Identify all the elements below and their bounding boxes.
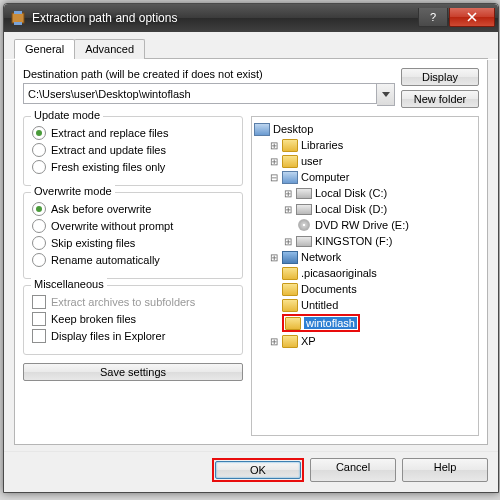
network-icon: [282, 251, 298, 264]
tabstrip: General Advanced: [4, 32, 498, 60]
expand-icon[interactable]: ⊞: [282, 188, 293, 199]
misc-title: Miscellaneous: [31, 278, 107, 290]
ok-button[interactable]: OK: [215, 461, 301, 479]
tree-libraries[interactable]: Libraries: [301, 139, 343, 151]
tree-picasa[interactable]: .picasaoriginals: [301, 267, 377, 279]
destination-input[interactable]: [23, 83, 377, 104]
tree-locald[interactable]: Local Disk (D:): [315, 203, 387, 215]
display-button[interactable]: Display: [401, 68, 479, 86]
radio-rename-auto[interactable]: [32, 253, 46, 267]
folder-icon: [285, 317, 301, 330]
computer-icon: [282, 171, 298, 184]
destination-label: Destination path (will be created if doe…: [23, 68, 395, 80]
client-area: General Advanced Destination path (will …: [4, 32, 498, 492]
radio-extract-replace[interactable]: [32, 126, 46, 140]
expand-icon[interactable]: ⊞: [268, 156, 279, 167]
label-extract-update: Extract and update files: [51, 144, 166, 156]
titlebar-controls: ?: [417, 8, 495, 28]
expand-icon[interactable]: ⊞: [268, 140, 279, 151]
drive-icon: [296, 236, 312, 247]
check-subfolders: [32, 295, 46, 309]
desktop-icon: [254, 123, 270, 136]
update-mode-group: Update mode Extract and replace files Ex…: [23, 116, 243, 186]
radio-overwrite-without[interactable]: [32, 219, 46, 233]
tree-xp[interactable]: XP: [301, 335, 316, 347]
app-icon: [10, 10, 26, 26]
user-icon: [282, 155, 298, 168]
folder-icon: [282, 335, 298, 348]
expand-icon[interactable]: ⊞: [282, 204, 293, 215]
label-fresh-only: Fresh existing files only: [51, 161, 165, 173]
tree-network[interactable]: Network: [301, 251, 341, 263]
dvd-icon: [298, 219, 310, 231]
dialog-buttons: OK Cancel Help: [4, 451, 498, 492]
tree-computer[interactable]: Computer: [301, 171, 349, 183]
label-rename-auto: Rename automatically: [51, 254, 160, 266]
tree-wintoflash[interactable]: wintoflash: [304, 317, 357, 329]
label-skip-existing: Skip existing files: [51, 237, 135, 249]
folder-icon: [282, 267, 298, 280]
svg-rect-1: [14, 11, 22, 14]
overwrite-mode-group: Overwrite mode Ask before overwrite Over…: [23, 192, 243, 279]
tree-untitled[interactable]: Untitled: [301, 299, 338, 311]
help-titlebar-button[interactable]: ?: [418, 8, 448, 27]
save-settings-button[interactable]: Save settings: [23, 363, 243, 381]
tree-desktop[interactable]: Desktop: [273, 123, 313, 135]
check-keep-broken[interactable]: [32, 312, 46, 326]
overwrite-mode-title: Overwrite mode: [31, 185, 115, 197]
drive-icon: [296, 188, 312, 199]
update-mode-title: Update mode: [31, 109, 103, 121]
destination-dropdown-button[interactable]: [377, 83, 395, 106]
label-subfolders: Extract archives to subfolders: [51, 296, 195, 308]
label-overwrite-without: Overwrite without prompt: [51, 220, 173, 232]
folder-tree[interactable]: Desktop ⊞Libraries ⊞user ⊟Computer ⊞Loca…: [251, 116, 479, 436]
tab-advanced[interactable]: Advanced: [74, 39, 145, 59]
tree-dvd[interactable]: DVD RW Drive (E:): [315, 219, 409, 231]
expand-icon[interactable]: ⊞: [282, 236, 293, 247]
radio-ask-before[interactable]: [32, 202, 46, 216]
svg-rect-0: [12, 13, 24, 23]
tree-localc[interactable]: Local Disk (C:): [315, 187, 387, 199]
expand-icon[interactable]: ⊞: [268, 336, 279, 347]
expand-icon[interactable]: ⊞: [268, 252, 279, 263]
ok-highlight-box: OK: [212, 458, 304, 482]
misc-group: Miscellaneous Extract archives to subfol…: [23, 285, 243, 355]
check-display-explorer[interactable]: [32, 329, 46, 343]
new-folder-button[interactable]: New folder: [401, 90, 479, 108]
radio-fresh-only[interactable]: [32, 160, 46, 174]
tab-body: Destination path (will be created if doe…: [14, 60, 488, 445]
label-ask-before: Ask before overwrite: [51, 203, 151, 215]
help-button[interactable]: Help: [402, 458, 488, 482]
label-display-explorer: Display files in Explorer: [51, 330, 165, 342]
highlight-box: wintoflash: [282, 314, 360, 332]
dialog-window: Extraction path and options ? General Ad…: [3, 3, 499, 493]
radio-skip-existing[interactable]: [32, 236, 46, 250]
titlebar: Extraction path and options ?: [4, 4, 498, 32]
folder-icon: [282, 283, 298, 296]
tree-documents[interactable]: Documents: [301, 283, 357, 295]
collapse-icon[interactable]: ⊟: [268, 172, 279, 183]
radio-extract-update[interactable]: [32, 143, 46, 157]
folder-icon: [282, 299, 298, 312]
tab-general[interactable]: General: [14, 39, 75, 59]
drive-icon: [296, 204, 312, 215]
label-extract-replace: Extract and replace files: [51, 127, 168, 139]
cancel-button[interactable]: Cancel: [310, 458, 396, 482]
window-title: Extraction path and options: [32, 11, 417, 25]
close-button[interactable]: [449, 8, 495, 27]
label-keep-broken: Keep broken files: [51, 313, 136, 325]
svg-rect-2: [14, 22, 22, 25]
libraries-icon: [282, 139, 298, 152]
tree-user[interactable]: user: [301, 155, 322, 167]
tree-kingston[interactable]: KINGSTON (F:): [315, 235, 392, 247]
